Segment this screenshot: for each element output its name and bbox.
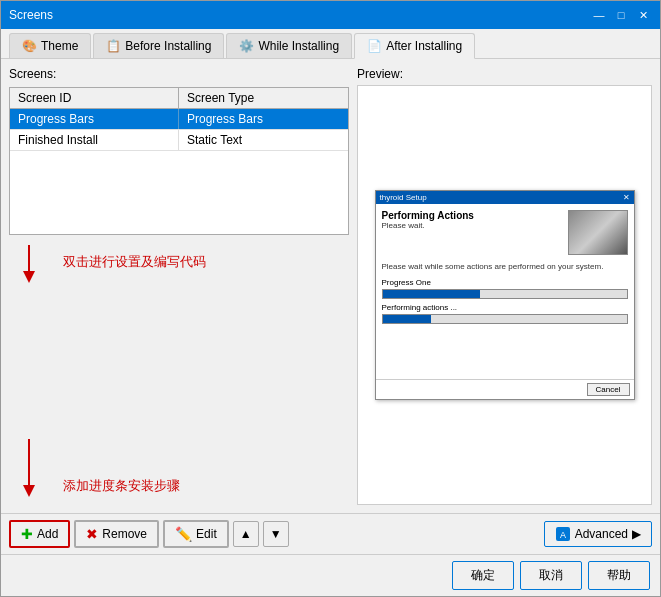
close-button[interactable]: ✕ bbox=[634, 6, 652, 24]
after-icon: 📄 bbox=[367, 39, 382, 53]
arrow-down-icon bbox=[19, 245, 39, 285]
installer-title-bar: thyroid Setup ✕ bbox=[376, 191, 634, 204]
window-controls: — □ ✕ bbox=[590, 6, 652, 24]
tab-after-installing[interactable]: 📄 After Installing bbox=[354, 33, 475, 59]
tab-theme-label: Theme bbox=[41, 39, 78, 53]
row-id-1: Progress Bars bbox=[10, 109, 179, 129]
tab-while-label: While Installing bbox=[258, 39, 339, 53]
svg-text:A: A bbox=[560, 530, 566, 540]
left-panel: Screens: Screen ID Screen Type Progress … bbox=[9, 67, 349, 505]
installer-image bbox=[568, 210, 628, 255]
tabs-bar: 🎨 Theme 📋 Before Installing ⚙️ While Ins… bbox=[1, 29, 660, 59]
cancel-footer-button[interactable]: 取消 bbox=[520, 561, 582, 590]
up-arrow-icon: ▲ bbox=[240, 527, 252, 541]
window-title: Screens bbox=[9, 8, 53, 22]
help-button[interactable]: 帮助 bbox=[588, 561, 650, 590]
before-icon: 📋 bbox=[106, 39, 121, 53]
row-id-2: Finished Install bbox=[10, 130, 179, 150]
screens-label: Screens: bbox=[9, 67, 349, 81]
row-type-2: Static Text bbox=[179, 130, 348, 150]
installer-progress-label-1: Progress One bbox=[382, 278, 628, 287]
main-window: Screens — □ ✕ 🎨 Theme 📋 Before Installin… bbox=[0, 0, 661, 597]
ok-button[interactable]: 确定 bbox=[452, 561, 514, 590]
table-row[interactable]: Progress Bars Progress Bars bbox=[10, 109, 348, 130]
tab-before-label: Before Installing bbox=[125, 39, 211, 53]
installer-title: thyroid Setup bbox=[380, 193, 427, 202]
right-panel: Preview: thyroid Setup ✕ Performing Acti… bbox=[357, 67, 652, 505]
installer-progress-bar-2 bbox=[382, 314, 628, 324]
edit-icon: ✏️ bbox=[175, 526, 192, 542]
installer-top: Performing Actions Please wait. bbox=[382, 210, 628, 255]
move-down-button[interactable]: ▼ bbox=[263, 521, 289, 547]
hint-text-1: 双击进行设置及编写代码 bbox=[63, 253, 206, 271]
installer-preview: thyroid Setup ✕ Performing Actions Pleas… bbox=[375, 190, 635, 400]
minimize-button[interactable]: — bbox=[590, 6, 608, 24]
theme-icon: 🎨 bbox=[22, 39, 37, 53]
title-bar: Screens — □ ✕ bbox=[1, 1, 660, 29]
remove-label: Remove bbox=[102, 527, 147, 541]
hint-text-2: 添加进度条安装步骤 bbox=[63, 477, 180, 495]
advanced-label: Advanced bbox=[575, 527, 628, 541]
edit-button[interactable]: ✏️ Edit bbox=[163, 520, 229, 548]
advanced-button[interactable]: A Advanced ▶ bbox=[544, 521, 652, 547]
move-up-button[interactable]: ▲ bbox=[233, 521, 259, 547]
row-type-1: Progress Bars bbox=[179, 109, 348, 129]
installer-body: Performing Actions Please wait. Please w… bbox=[376, 204, 634, 379]
bottom-toolbar: ✚ Add ✖ Remove ✏️ Edit ▲ ▼ A Advanced ▶ bbox=[1, 513, 660, 554]
table-row[interactable]: Finished Install Static Text bbox=[10, 130, 348, 151]
installer-heading: Performing Actions bbox=[382, 210, 474, 221]
installer-progress-fill-2 bbox=[383, 315, 432, 323]
remove-icon: ✖ bbox=[86, 526, 98, 542]
add-button[interactable]: ✚ Add bbox=[9, 520, 70, 548]
installer-progress-fill-1 bbox=[383, 290, 481, 298]
installer-body-text: Please wait while some actions are perfo… bbox=[382, 261, 628, 272]
svg-marker-3 bbox=[23, 485, 35, 497]
while-icon: ⚙️ bbox=[239, 39, 254, 53]
col-header-id: Screen ID bbox=[10, 88, 179, 108]
remove-button[interactable]: ✖ Remove bbox=[74, 520, 159, 548]
main-content: Screens: Screen ID Screen Type Progress … bbox=[1, 59, 660, 513]
installer-progress-label-2: Performing actions ... bbox=[382, 303, 628, 312]
tab-before-installing[interactable]: 📋 Before Installing bbox=[93, 33, 224, 58]
tab-after-label: After Installing bbox=[386, 39, 462, 53]
installer-progress-bar-1 bbox=[382, 289, 628, 299]
add-icon: ✚ bbox=[21, 526, 33, 542]
down-arrow-icon: ▼ bbox=[270, 527, 282, 541]
installer-cancel-button[interactable]: Cancel bbox=[587, 383, 630, 396]
preview-box: thyroid Setup ✕ Performing Actions Pleas… bbox=[357, 85, 652, 505]
edit-label: Edit bbox=[196, 527, 217, 541]
tab-while-installing[interactable]: ⚙️ While Installing bbox=[226, 33, 352, 58]
preview-label: Preview: bbox=[357, 67, 652, 81]
add-label: Add bbox=[37, 527, 58, 541]
arrow-down-to-add-icon bbox=[19, 439, 39, 499]
tab-theme[interactable]: 🎨 Theme bbox=[9, 33, 91, 58]
col-header-type: Screen Type bbox=[179, 88, 348, 108]
table-header: Screen ID Screen Type bbox=[10, 88, 348, 109]
footer-bar: 确定 取消 帮助 bbox=[1, 554, 660, 596]
installer-footer: Cancel bbox=[376, 379, 634, 399]
advanced-arrow-icon: ▶ bbox=[632, 527, 641, 541]
screens-table: Screen ID Screen Type Progress Bars Prog… bbox=[9, 87, 349, 235]
maximize-button[interactable]: □ bbox=[612, 6, 630, 24]
advanced-icon: A bbox=[555, 526, 571, 542]
svg-marker-1 bbox=[23, 271, 35, 283]
installer-subheading: Please wait. bbox=[382, 221, 474, 230]
